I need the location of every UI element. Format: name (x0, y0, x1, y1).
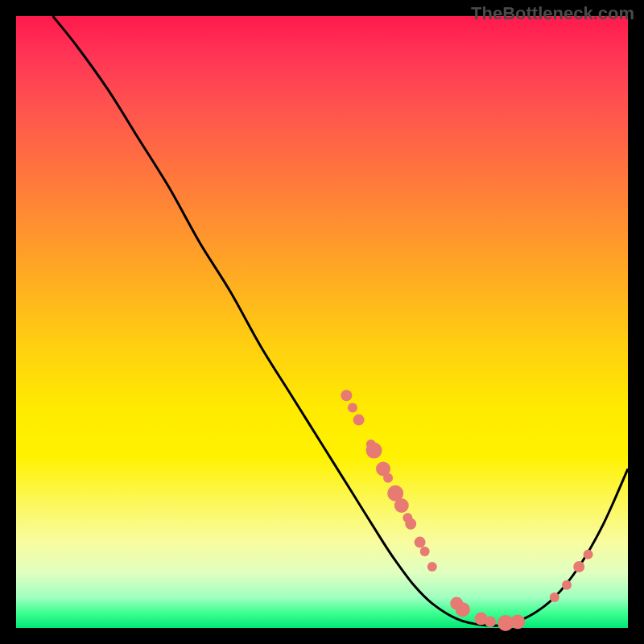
data-marker (405, 518, 416, 530)
data-marker (353, 415, 365, 426)
data-marker (366, 443, 382, 459)
data-marker (510, 614, 525, 629)
curve-line (53, 16, 628, 625)
watermark-text: TheBottleneck.com (471, 3, 634, 24)
data-marker (573, 561, 584, 572)
curve-markers (341, 390, 592, 631)
data-marker (383, 473, 393, 483)
data-marker (562, 580, 572, 590)
data-marker (456, 602, 470, 617)
chart-svg (16, 16, 628, 628)
data-marker (415, 537, 426, 548)
data-marker (420, 547, 430, 556)
data-marker (341, 390, 352, 401)
data-marker (584, 550, 593, 559)
data-marker (427, 562, 437, 572)
data-marker (394, 498, 409, 513)
data-marker (550, 592, 559, 602)
data-marker (485, 616, 496, 627)
chart-plot-area (16, 16, 628, 628)
data-marker (348, 402, 357, 412)
